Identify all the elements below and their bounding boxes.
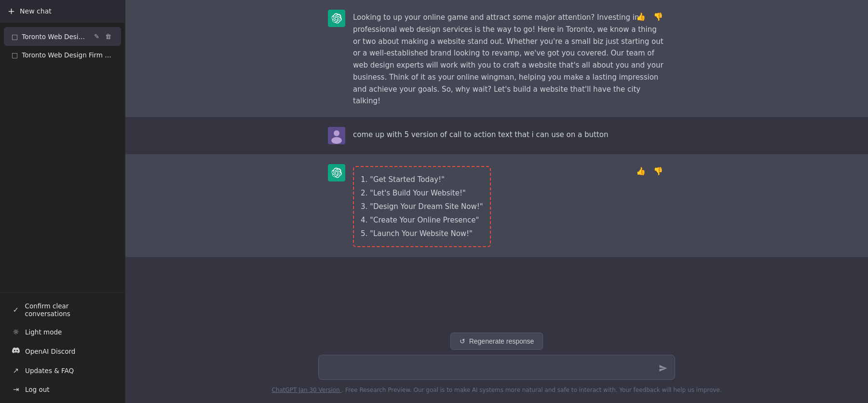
thumbs-up-button-3[interactable]: 👍 — [634, 166, 648, 177]
thumbs-up-button-1[interactable]: 👍 — [634, 12, 648, 22]
message-row-2: come up with 5 version of call to action… — [125, 117, 868, 154]
list-item-1: 1. "Get Started Today!" — [361, 174, 483, 185]
sidebar-bottom: ✓ Confirm clear conversations ☼ Light mo… — [0, 292, 125, 403]
delete-chat-button-1[interactable]: 🗑 — [103, 32, 113, 41]
cta-list: 1. "Get Started Today!" 2. "Let's Build … — [361, 174, 483, 239]
external-link-icon: ↗ — [12, 366, 20, 375]
gpt-avatar-3 — [328, 164, 345, 181]
user-avatar — [328, 127, 345, 144]
message-row-3: 1. "Get Started Today!" 2. "Let's Build … — [125, 154, 868, 257]
chat-item-1[interactable]: □ Toronto Web Design SI ✎ 🗑 — [4, 27, 121, 46]
list-item-2: 2. "Let's Build Your Website!" — [361, 187, 483, 199]
edit-chat-button-1[interactable]: ✎ — [92, 32, 101, 41]
plus-icon: + — [8, 7, 15, 15]
send-icon — [659, 364, 667, 373]
message-content-2: come up with 5 version of call to action… — [353, 127, 665, 141]
svg-point-1 — [334, 130, 339, 136]
checkmark-icon: ✓ — [12, 306, 20, 314]
new-chat-button[interactable]: + New chat — [0, 0, 125, 23]
svg-point-2 — [331, 137, 342, 144]
footer-version-link[interactable]: ChatGPT Jan 30 Version — [271, 387, 341, 393]
list-item-5: 5. "Launch Your Website Now!" — [361, 228, 483, 239]
faq-item[interactable]: ↗ Updates & FAQ — [4, 361, 121, 380]
chat-messages: Looking to up your online game and attra… — [125, 0, 868, 327]
logout-label: Log out — [25, 386, 50, 393]
discord-label: OpenAI Discord — [25, 347, 75, 355]
message-text-1: Looking to up your online game and attra… — [353, 13, 664, 105]
footer-description: . Free Research Preview. Our goal is to … — [341, 387, 721, 393]
confirm-clear-item[interactable]: ✓ Confirm clear conversations — [4, 297, 121, 322]
confirm-clear-label: Confirm clear conversations — [25, 302, 113, 318]
chat-bubble-icon-1: □ — [12, 33, 18, 41]
list-item-4: 4. "Create Your Online Presence" — [361, 214, 483, 226]
gpt-avatar-1 — [328, 10, 345, 27]
chat-actions-1: ✎ 🗑 — [92, 32, 113, 41]
thumbs-down-button-1[interactable]: 👎 — [651, 12, 665, 22]
message-text-2: come up with 5 version of call to action… — [353, 130, 608, 139]
chat-bubble-icon-2: □ — [12, 51, 18, 59]
chat-title-2: Toronto Web Design Firm CTA — [22, 51, 113, 59]
light-mode-item[interactable]: ☼ Light mode — [4, 323, 121, 341]
main-chat: Looking to up your online game and attra… — [125, 0, 868, 403]
chat-list: □ Toronto Web Design SI ✎ 🗑 □ Toronto We… — [0, 23, 125, 292]
sidebar: + New chat □ Toronto Web Design SI ✎ 🗑 □… — [0, 0, 125, 403]
message-content-1: Looking to up your online game and attra… — [353, 10, 665, 107]
message-inner-3: 1. "Get Started Today!" 2. "Let's Build … — [318, 164, 675, 247]
list-item-3: 3. "Design Your Dream Site Now!" — [361, 201, 483, 212]
discord-item[interactable]: OpenAI Discord — [4, 342, 121, 361]
message-row-1: Looking to up your online game and attra… — [125, 0, 868, 117]
regenerate-label: Regenerate response — [469, 337, 534, 345]
message-actions-1: 👍 👎 — [634, 12, 665, 22]
message-actions-3: 👍 👎 — [634, 166, 665, 177]
light-mode-label: Light mode — [25, 328, 62, 336]
new-chat-label: New chat — [20, 7, 52, 15]
footer-link-text: ChatGPT Jan 30 Version — [271, 387, 339, 393]
chat-title-1: Toronto Web Design SI — [22, 33, 88, 41]
thumbs-down-button-3[interactable]: 👎 — [651, 166, 665, 177]
message-inner-1: Looking to up your online game and attra… — [318, 10, 675, 107]
input-area — [318, 355, 675, 382]
chat-item-2[interactable]: □ Toronto Web Design Firm CTA — [4, 46, 121, 64]
highlighted-response-box: 1. "Get Started Today!" 2. "Let's Build … — [353, 166, 491, 247]
message-inner-2: come up with 5 version of call to action… — [318, 127, 675, 144]
chat-input[interactable] — [318, 355, 675, 380]
regenerate-icon: ↺ — [460, 337, 465, 345]
send-button[interactable] — [657, 362, 669, 375]
faq-label: Updates & FAQ — [25, 367, 74, 375]
discord-icon — [12, 347, 20, 356]
sun-icon: ☼ — [12, 328, 20, 336]
message-content-3: 1. "Get Started Today!" 2. "Let's Build … — [353, 164, 665, 247]
logout-item[interactable]: ⇥ Log out — [4, 380, 121, 399]
chat-bottom: ↺ Regenerate response ChatGPT Jan 30 Ver… — [125, 327, 868, 403]
footer-text: ChatGPT Jan 30 Version . Free Research P… — [271, 387, 721, 393]
regenerate-button[interactable]: ↺ Regenerate response — [450, 333, 543, 350]
logout-icon: ⇥ — [12, 385, 20, 394]
